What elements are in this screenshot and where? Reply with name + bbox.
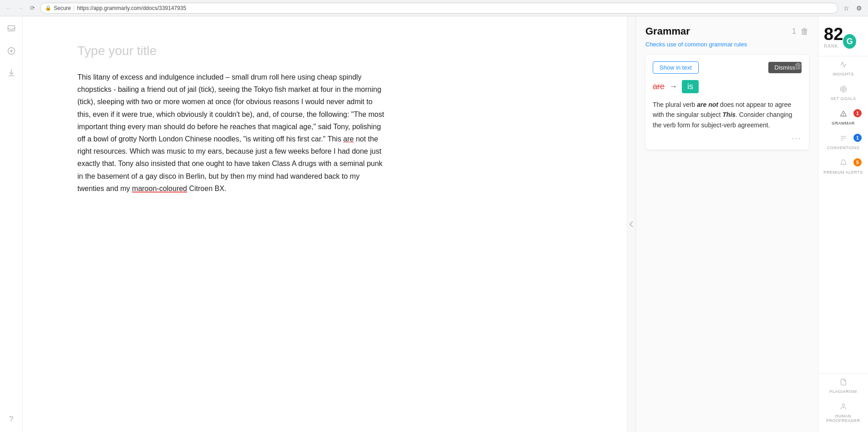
word-arrow: → (669, 82, 677, 91)
address-separator: | (73, 5, 75, 11)
refresh-button[interactable]: ⟳ (28, 4, 36, 12)
set-goals-label: SET GOALS (831, 96, 856, 101)
url-text: https://app.grammarly.com/ddocs/33914793… (77, 5, 186, 11)
score-number: 82 (824, 25, 843, 43)
sidebar-item-premium-alerts[interactable]: PREMIUM ALERTS 5 (818, 155, 868, 179)
conventions-badge: 1 (853, 134, 862, 142)
human-proofreader-label: HUMAN PROOFREADER (818, 414, 868, 423)
sidebar-item-insights[interactable]: INSIGHTS (818, 56, 868, 81)
right-nav-bottom: PLAGIARISM HUMAN PROOFREADER (818, 373, 868, 427)
sidebar-item-conventions[interactable]: CONVENTIONS 1 (818, 130, 868, 155)
svg-point-8 (843, 116, 843, 116)
content-before-highlight: This litany of excess and indulgence inc… (77, 73, 384, 143)
human-proofreader-icon (840, 403, 847, 412)
document-content[interactable]: This litany of excess and indulgence inc… (77, 71, 387, 195)
svg-point-5 (842, 87, 845, 91)
content-after-highlight: not the right resources. Which was music… (77, 135, 382, 192)
score-rank-label: RANK (824, 44, 843, 49)
download-icon[interactable] (4, 65, 19, 80)
plagiarism-icon (840, 378, 847, 387)
grammar-nav-label: GRAMMAR (832, 121, 855, 126)
set-goals-icon (840, 85, 847, 95)
suggestion-more-button[interactable]: ··· (653, 134, 802, 143)
back-button[interactable]: ← (5, 4, 13, 12)
panel-expand-button[interactable] (627, 16, 636, 432)
suggestion-text-1: The plural verb (653, 101, 697, 108)
grammar-panel-header: Grammar 1 🗑 (645, 25, 809, 37)
conventions-label: CONVENTIONS (827, 146, 860, 150)
document-title[interactable]: Type your title (77, 44, 590, 58)
suggestion-bold-1: are not (697, 101, 718, 108)
suggestion-card: Show in text Dismiss are → is 🗑 The plur… (645, 55, 809, 150)
svg-point-9 (842, 404, 844, 406)
word-change-row: are → is (653, 80, 802, 93)
highlighted-word: are (343, 135, 354, 143)
sidebar-item-grammar[interactable]: GRAMMAR 1 (818, 105, 868, 130)
word-original: are (653, 82, 665, 91)
browser-actions: ☆ ⚙ (842, 4, 863, 13)
svg-point-4 (840, 86, 846, 92)
grammar-icon (840, 110, 847, 119)
plagiarism-label: PLAGIARISM (829, 389, 857, 394)
premium-alerts-label: PREMIUM ALERTS (823, 170, 863, 175)
inbox-icon[interactable] (4, 22, 19, 36)
grammarly-logo: G (843, 34, 856, 49)
sidebar-item-human-proofreader[interactable]: HUMAN PROOFREADER (818, 398, 868, 427)
suggestion-text: The plural verb are not does not appear … (653, 100, 802, 130)
insights-label: INSIGHTS (832, 72, 854, 76)
sidebar-item-plagiarism[interactable]: PLAGIARISM (818, 374, 868, 398)
suggestion-top-row: Show in text Dismiss (653, 61, 802, 74)
grammar-count: 1 (792, 27, 796, 35)
secure-label: Secure (54, 5, 71, 11)
bookmark-icon[interactable]: ☆ (842, 4, 851, 13)
svg-point-6 (843, 89, 844, 90)
suggestion-card-delete-icon[interactable]: 🗑 (794, 61, 802, 71)
premium-alerts-badge: 5 (853, 158, 862, 166)
word-replacement[interactable]: is (682, 80, 699, 93)
show-in-text-button[interactable]: Show in text (653, 61, 699, 74)
grammar-panel: Grammar 1 🗑 Checks use of common grammar… (636, 16, 818, 432)
app-container: ? Type your title This litany of excess … (0, 16, 868, 432)
conventions-icon (840, 135, 847, 144)
lock-icon: 🔒 (45, 5, 51, 11)
content-end: Citroen BX. (187, 185, 226, 192)
grammar-delete-icon[interactable]: 🗑 (801, 27, 809, 36)
help-icon[interactable]: ? (4, 412, 19, 427)
left-sidebar: ? (0, 16, 23, 432)
grammar-panel-title: Grammar (645, 25, 690, 37)
insights-icon (840, 61, 847, 70)
extensions-icon[interactable]: ⚙ (854, 4, 863, 13)
right-sidebar: 82 RANK G INSIGHTS SET GOALS GRAMMAR (818, 16, 868, 432)
editor-area[interactable]: Type your title This litany of excess an… (23, 16, 627, 432)
address-bar[interactable]: 🔒 Secure | https://app.grammarly.com/ddo… (40, 3, 838, 14)
svg-rect-0 (8, 26, 15, 31)
premium-alerts-icon (840, 159, 847, 168)
browser-chrome: ← → ⟳ 🔒 Secure | https://app.grammarly.c… (0, 0, 868, 16)
grammar-badge: 1 (853, 109, 862, 117)
add-doc-icon[interactable] (4, 44, 19, 58)
score-section: 82 RANK G (818, 21, 868, 56)
suggestion-bold-2: This (722, 111, 736, 118)
grammar-subtitle: Checks use of common grammar rules (645, 41, 809, 48)
double-underline-word: maroon-coloured (132, 185, 187, 192)
sidebar-item-set-goals[interactable]: SET GOALS (818, 81, 868, 105)
forward-button[interactable]: → (16, 4, 25, 12)
